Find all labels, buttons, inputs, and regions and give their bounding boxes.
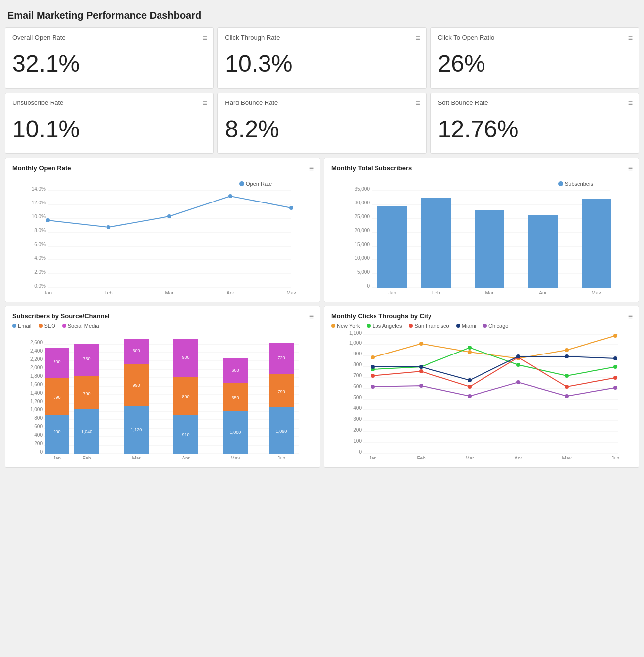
svg-text:2,200: 2,200	[30, 356, 43, 362]
kpi-card-0: Overall Open Rate 32.1% ≡	[5, 27, 214, 89]
menu-icon-0[interactable]: ≡	[203, 34, 207, 43]
menu-icon-open-rate[interactable]: ≡	[309, 164, 314, 173]
svg-text:2,400: 2,400	[30, 348, 43, 354]
kpi-row-2: Unsubscribe Rate 10.1% ≡ Hard Bounce Rat…	[5, 93, 639, 154]
svg-point-167	[613, 376, 617, 380]
svg-point-0	[239, 181, 244, 186]
monthly-subscribers-chart: Monthly Total Subscribers ≡ Subscribers …	[324, 158, 639, 302]
svg-text:500: 500	[353, 395, 362, 400]
svg-text:2,000: 2,000	[30, 365, 43, 370]
kpi-value-0: 32.1%	[12, 45, 206, 82]
svg-point-161	[613, 365, 617, 369]
svg-text:600: 600	[34, 424, 43, 429]
subscribers-svg: Subscribers 0 5,000 10,000 15,000 20,000…	[331, 175, 632, 294]
svg-text:1,090: 1,090	[276, 429, 287, 434]
svg-text:15,000: 15,000	[354, 242, 370, 247]
svg-text:Mar: Mar	[132, 456, 141, 459]
kpi-card-1: Click Through Rate 10.3% ≡	[217, 27, 426, 89]
svg-point-173	[613, 356, 617, 360]
kpi-card-2: Click To Open Ratio 26% ≡	[430, 27, 639, 89]
svg-point-164	[468, 385, 472, 389]
svg-text:6.0%: 6.0%	[34, 242, 46, 247]
kpi-label-5: Soft Bounce Rate	[438, 99, 632, 106]
city-svg: 0 100 200 300 400 500 600 700 800 900 1,…	[331, 331, 632, 459]
svg-text:200: 200	[34, 441, 43, 446]
svg-text:Apr: Apr	[514, 456, 522, 459]
svg-text:650: 650	[231, 395, 239, 400]
svg-text:600: 600	[353, 384, 362, 389]
svg-text:2,600: 2,600	[30, 340, 43, 345]
menu-icon-3[interactable]: ≡	[203, 99, 207, 108]
subscribers-chart-title: Monthly Total Subscribers	[331, 164, 632, 172]
svg-point-175	[419, 384, 423, 388]
svg-point-168	[371, 365, 375, 369]
svg-text:400: 400	[34, 432, 43, 438]
kpi-value-5: 12.76%	[438, 110, 632, 148]
svg-rect-50	[582, 199, 611, 288]
kpi-label-4: Hard Bounce Rate	[225, 99, 419, 106]
svg-text:10.0%: 10.0%	[32, 214, 46, 219]
svg-text:35,000: 35,000	[354, 186, 370, 192]
svg-text:200: 200	[353, 427, 362, 433]
svg-text:1,120: 1,120	[131, 427, 142, 432]
svg-text:Mar: Mar	[165, 290, 174, 294]
svg-point-154	[565, 348, 569, 352]
svg-text:May: May	[287, 290, 296, 294]
svg-text:990: 990	[132, 383, 140, 388]
svg-text:300: 300	[353, 416, 362, 422]
kpi-label-3: Unsubscribe Rate	[12, 99, 206, 106]
svg-text:750: 750	[83, 356, 90, 361]
svg-text:1,000: 1,000	[30, 407, 43, 412]
channel-legend: Email SEO Social Media	[12, 323, 313, 329]
svg-point-155	[613, 334, 617, 338]
channel-chart-title: Subscribers by Source/Channel	[12, 312, 313, 320]
svg-text:600: 600	[231, 368, 239, 373]
svg-text:700: 700	[53, 359, 60, 364]
svg-text:1,600: 1,600	[30, 382, 43, 387]
svg-point-179	[613, 386, 617, 390]
svg-rect-47	[421, 198, 451, 288]
svg-text:25,000: 25,000	[354, 214, 370, 219]
svg-text:Subscribers: Subscribers	[565, 181, 594, 187]
svg-text:0: 0	[359, 449, 362, 455]
svg-text:Jan: Jan	[53, 456, 61, 459]
city-chart-title: Monthly Clicks Throughs by City	[331, 312, 632, 320]
channel-svg: 0 200 400 600 800 1,000 1,200 1,400 1,60…	[12, 331, 313, 459]
charts-row-1: Monthly Open Rate ≡ Open Rate 0.0% 2.0% …	[5, 158, 639, 302]
svg-text:Feb: Feb	[417, 456, 426, 459]
svg-text:14.0%: 14.0%	[32, 186, 46, 192]
menu-icon-channel[interactable]: ≡	[309, 312, 314, 321]
svg-text:12.0%: 12.0%	[32, 200, 46, 205]
svg-text:800: 800	[353, 362, 362, 367]
menu-icon-5[interactable]: ≡	[628, 99, 633, 108]
menu-icon-4[interactable]: ≡	[415, 99, 420, 108]
svg-rect-84	[45, 415, 69, 454]
svg-text:20,000: 20,000	[354, 228, 370, 233]
open-rate-svg: Open Rate 0.0% 2.0% 4.0% 6.0% 8.0% 10.0%…	[12, 175, 313, 294]
svg-point-152	[468, 350, 472, 354]
menu-icon-2[interactable]: ≡	[628, 34, 633, 43]
svg-text:Feb: Feb	[431, 290, 440, 294]
svg-text:0: 0	[367, 283, 370, 289]
menu-icon-subscribers[interactable]: ≡	[628, 164, 633, 173]
svg-text:910: 910	[182, 432, 189, 437]
svg-text:Apr: Apr	[226, 290, 234, 294]
svg-text:900: 900	[182, 355, 189, 360]
svg-point-28	[558, 181, 563, 186]
svg-point-25	[167, 214, 171, 218]
kpi-label-0: Overall Open Rate	[12, 34, 206, 41]
svg-point-160	[565, 374, 569, 378]
menu-icon-1[interactable]: ≡	[415, 34, 420, 43]
svg-point-23	[46, 218, 50, 222]
svg-text:4.0%: 4.0%	[34, 255, 46, 261]
subscribers-channel-chart: Subscribers by Source/Channel ≡ Email SE…	[5, 306, 320, 468]
svg-text:1,800: 1,800	[30, 373, 43, 379]
svg-point-27	[289, 206, 293, 210]
svg-point-176	[468, 394, 472, 398]
svg-point-159	[516, 363, 520, 367]
svg-text:720: 720	[277, 355, 285, 360]
svg-text:Mar: Mar	[465, 456, 474, 459]
menu-icon-city[interactable]: ≡	[628, 312, 633, 321]
svg-point-150	[371, 355, 375, 359]
clicks-city-chart: Monthly Clicks Throughs by City ≡ New Yo…	[324, 306, 639, 468]
